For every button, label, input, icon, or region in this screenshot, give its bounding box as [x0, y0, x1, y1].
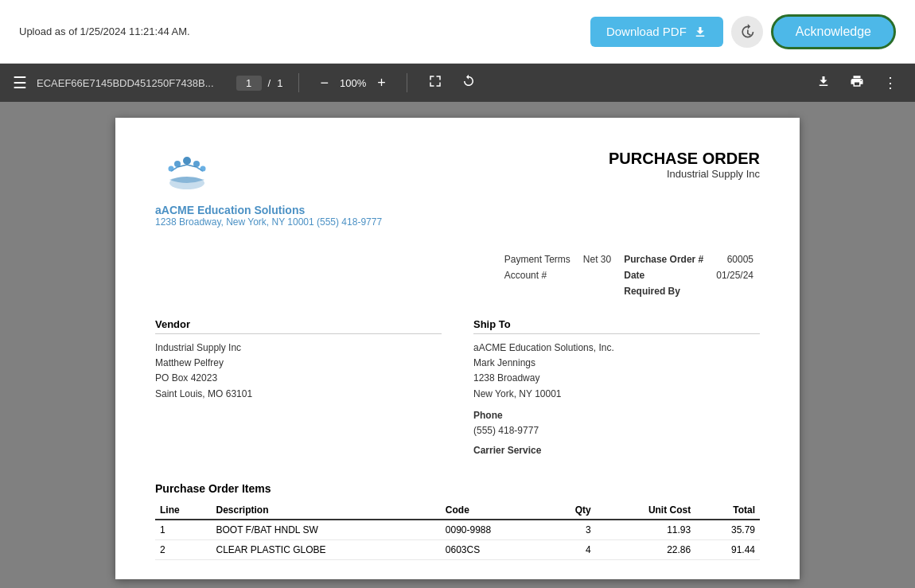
- col-total: Total: [695, 501, 760, 520]
- account-value: [577, 267, 617, 283]
- col-qty: Qty: [547, 501, 596, 520]
- pdf-page: aACME Education Solutions 1238 Broadway,…: [115, 118, 800, 579]
- table-row: 2 CLEAR PLASTIC GLOBE 0603CS 4 22.86 91.…: [155, 540, 760, 560]
- cell-code: 0603CS: [441, 540, 547, 560]
- payment-terms-value: Net 30: [577, 251, 617, 267]
- print-icon: [850, 74, 864, 88]
- cell-unit-cost: 11.93: [596, 520, 696, 540]
- acknowledge-button[interactable]: Acknowledge: [771, 14, 896, 49]
- address-section: Vendor Industrial Supply Inc Matthew Pel…: [155, 318, 760, 458]
- company-name: aACME Education Solutions: [155, 204, 305, 216]
- zoom-in-button[interactable]: +: [372, 73, 391, 93]
- cell-line: 2: [155, 540, 211, 560]
- history-icon: [739, 24, 755, 40]
- pdf-toolbar: ☰ ECAEF66E7145BDD451250F7438B... / 1 − 1…: [0, 64, 915, 102]
- po-title: PURCHASE ORDER: [609, 150, 760, 168]
- vendor-line4: Saint Louis, MO 63101: [155, 387, 442, 402]
- required-by-label: Required By: [617, 283, 710, 299]
- cell-total: 35.79: [695, 520, 760, 540]
- po-number-value: 60005: [710, 251, 760, 267]
- ship-line1: aACME Education Solutions, Inc.: [473, 341, 760, 356]
- vendor-line1: Industrial Supply Inc: [155, 341, 442, 356]
- rotate-button[interactable]: [457, 72, 481, 94]
- company-logo-block: aACME Education Solutions 1238 Broadway,…: [155, 150, 382, 228]
- cell-code: 0090-9988: [441, 520, 547, 540]
- items-section: Purchase Order Items Line Description Co…: [155, 482, 760, 560]
- menu-icon[interactable]: ☰: [13, 73, 27, 92]
- total-pages: 1: [277, 77, 282, 89]
- upload-info: Upload as of 1/25/2024 11:21:44 AM.: [19, 25, 190, 37]
- svg-point-1: [183, 157, 191, 165]
- col-unit-cost: Unit Cost: [596, 501, 696, 520]
- cell-qty: 4: [547, 540, 596, 560]
- print-button[interactable]: [845, 72, 869, 94]
- page-separator: /: [268, 77, 271, 89]
- company-logo-svg: [155, 150, 219, 197]
- col-line: Line: [155, 501, 211, 520]
- page-number-input[interactable]: [236, 76, 262, 91]
- col-description: Description: [211, 501, 440, 520]
- pdf-toolbar-right: ⋮: [812, 72, 902, 94]
- top-bar: Upload as of 1/25/2024 11:21:44 AM. Down…: [0, 0, 915, 64]
- vendor-title: Vendor: [155, 318, 442, 334]
- payment-terms-label: Payment Terms: [498, 251, 577, 267]
- account-label: Account #: [498, 267, 577, 283]
- po-company: Industrial Supply Inc: [609, 168, 760, 180]
- toolbar-separator-1: [298, 73, 299, 92]
- download-icon: [693, 25, 707, 39]
- ship-line4: New York, NY 10001: [473, 387, 760, 402]
- phone-value: (555) 418-9777: [473, 423, 760, 438]
- more-options-button[interactable]: ⋮: [878, 72, 902, 93]
- zoom-value: 100%: [340, 77, 366, 89]
- pdf-page-controls: / 1: [236, 76, 283, 91]
- document-area: aACME Education Solutions 1238 Broadway,…: [0, 102, 915, 588]
- carrier-label: Carrier Service: [473, 445, 541, 456]
- vendor-line3: PO Box 42023: [155, 371, 442, 386]
- download-label: Download PDF: [606, 25, 687, 38]
- cell-qty: 3: [547, 520, 596, 540]
- pdf-zoom-controls: − 100% +: [315, 73, 390, 93]
- cell-description: BOOT F/BAT HNDL SW: [211, 520, 440, 540]
- cell-total: 91.44: [695, 540, 760, 560]
- ship-line2: Mark Jennings: [473, 356, 760, 371]
- po-title-block: PURCHASE ORDER Industrial Supply Inc: [609, 150, 760, 180]
- date-value: 01/25/24: [710, 267, 760, 283]
- pdf-dl-icon: [816, 74, 831, 88]
- zoom-out-button[interactable]: −: [315, 73, 333, 93]
- cell-line: 1: [155, 520, 211, 540]
- cell-description: CLEAR PLASTIC GLOBE: [211, 540, 440, 560]
- pdf-download-button[interactable]: [812, 72, 835, 94]
- fit-icon: [428, 74, 442, 88]
- ship-to-block: Ship To aACME Education Solutions, Inc. …: [473, 318, 760, 458]
- items-title: Purchase Order Items: [155, 482, 760, 495]
- ship-line3: 1238 Broadway: [473, 371, 760, 386]
- doc-header: aACME Education Solutions 1238 Broadway,…: [155, 150, 760, 228]
- fit-page-button[interactable]: [423, 72, 447, 94]
- vendor-line2: Matthew Pelfrey: [155, 356, 442, 371]
- vendor-block: Vendor Industrial Supply Inc Matthew Pel…: [155, 318, 442, 458]
- phone-label: Phone: [473, 410, 503, 421]
- required-by-value: [710, 283, 760, 299]
- download-pdf-button[interactable]: Download PDF: [590, 17, 723, 47]
- po-details: Payment Terms Net 30 Purchase Order # 60…: [155, 251, 760, 299]
- items-table: Line Description Code Qty Unit Cost Tota…: [155, 501, 760, 560]
- history-button[interactable]: [731, 16, 763, 48]
- ship-to-title: Ship To: [473, 318, 760, 334]
- toolbar-separator-2: [407, 73, 407, 92]
- cell-unit-cost: 22.86: [596, 540, 696, 560]
- company-address: 1238 Broadway, New York, NY 10001 (555) …: [155, 216, 382, 228]
- pdf-filename: ECAEF66E7145BDD451250F7438B...: [37, 77, 214, 89]
- date-label: Date: [617, 267, 710, 283]
- table-row: 1 BOOT F/BAT HNDL SW 0090-9988 3 11.93 3…: [155, 520, 760, 540]
- po-details-table: Payment Terms Net 30 Purchase Order # 60…: [498, 251, 760, 299]
- top-bar-actions: Download PDF Acknowledge: [590, 14, 896, 49]
- col-code: Code: [441, 501, 547, 520]
- po-number-label: Purchase Order #: [617, 251, 710, 267]
- rotate-icon: [461, 74, 476, 88]
